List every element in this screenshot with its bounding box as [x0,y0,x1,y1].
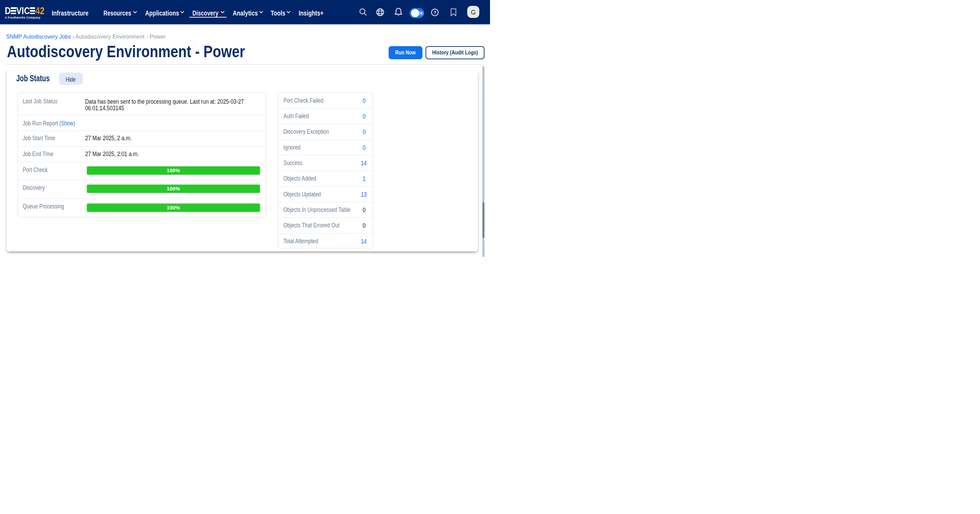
svg-text:?: ? [433,10,436,15]
